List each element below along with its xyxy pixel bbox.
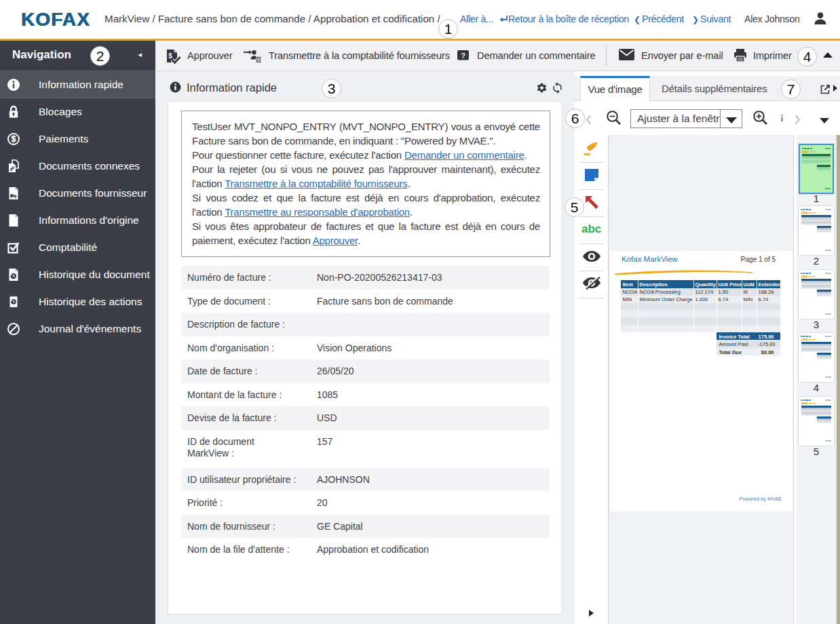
svg-text:?: ? (461, 52, 465, 60)
svg-text:$: $ (12, 134, 16, 144)
svg-text:$: $ (168, 52, 172, 60)
